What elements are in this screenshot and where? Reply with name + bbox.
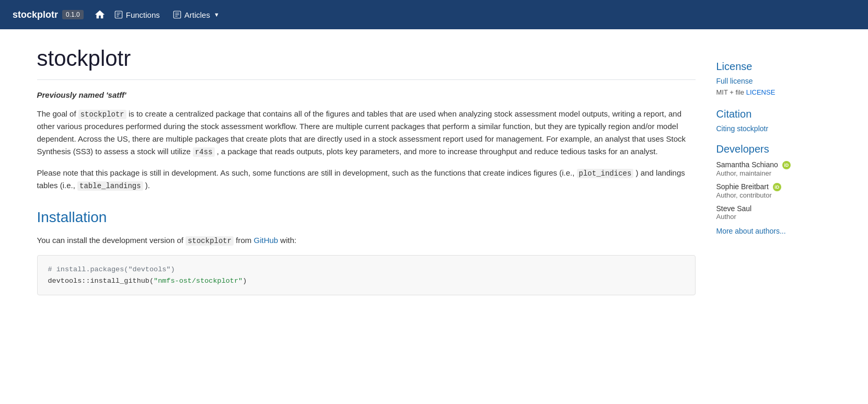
code-install-line: devtools::install_github("nmfs-ost/stock…	[48, 275, 685, 287]
articles-label: Articles	[184, 10, 210, 19]
sidebar: License Full license MIT + file LICENSE …	[716, 46, 831, 295]
license-file-link[interactable]: LICENSE	[746, 88, 776, 96]
home-icon	[94, 9, 106, 20]
developer-2: Sophie Breitbart iD Author, contributor	[716, 182, 831, 199]
more-authors-link[interactable]: More about authors...	[716, 227, 831, 235]
installation-heading: Installation	[37, 209, 696, 226]
plot-indices-code: plot_indices	[577, 169, 634, 178]
developer-1: Samantha Schiano iD Author, maintainer	[716, 160, 831, 177]
brand-name: stockplotr	[13, 9, 58, 20]
orcid-badge-2: iD	[773, 183, 781, 191]
divider	[37, 79, 696, 80]
navbar-brand[interactable]: stockplotr 0.1.0	[13, 9, 84, 20]
articles-dropdown-icon: ▼	[214, 11, 219, 18]
mit-license-text: MIT + file LICENSE	[716, 87, 831, 98]
intro-paragraph: The goal of stockplotr is to create a ce…	[37, 108, 696, 158]
previously-named: Previously named 'satff'	[37, 90, 696, 99]
functions-label: Functions	[126, 10, 160, 19]
page-title: stockplotr	[37, 46, 696, 71]
developer-3: Steve Saul Author	[716, 204, 831, 221]
functions-icon	[114, 10, 123, 19]
navbar: stockplotr 0.1.0 Functions Articles ▼	[0, 0, 868, 29]
articles-link[interactable]: Articles ▼	[168, 10, 224, 19]
code-string-value: "nmfs-ost/stockplotr"	[154, 277, 242, 285]
note-paragraph: Please note that this package is still i…	[37, 167, 696, 192]
articles-icon	[172, 10, 182, 19]
github-link[interactable]: GitHub	[254, 236, 279, 245]
license-heading: License	[716, 61, 831, 73]
orcid-badge-1: iD	[782, 161, 791, 169]
install-text: You can install the development version …	[37, 234, 696, 247]
code-fn-text: devtools::install_github(	[48, 277, 154, 285]
stockplotr-code-inline: stockplotr	[78, 110, 126, 119]
main-content: stockplotr Previously named 'satff' The …	[37, 46, 696, 295]
r4ss-code-inline: r4ss	[193, 147, 215, 157]
page-wrapper: stockplotr Previously named 'satff' The …	[16, 29, 852, 312]
developers-heading: Developers	[716, 143, 831, 155]
home-link[interactable]	[94, 9, 106, 20]
code-comment-line: # install.packages("devtools")	[48, 264, 685, 275]
citation-heading: Citation	[716, 108, 831, 120]
version-badge: 0.1.0	[62, 10, 84, 19]
citing-link[interactable]: Citing stockplotr	[716, 124, 831, 133]
full-license-link[interactable]: Full license	[716, 77, 831, 85]
code-close-paren: )	[242, 277, 247, 285]
functions-link[interactable]: Functions	[110, 10, 164, 19]
code-block: # install.packages("devtools") devtools:…	[37, 255, 696, 295]
stockplotr-install-code: stockplotr	[186, 236, 234, 246]
table-landings-code: table_landings	[77, 181, 143, 191]
